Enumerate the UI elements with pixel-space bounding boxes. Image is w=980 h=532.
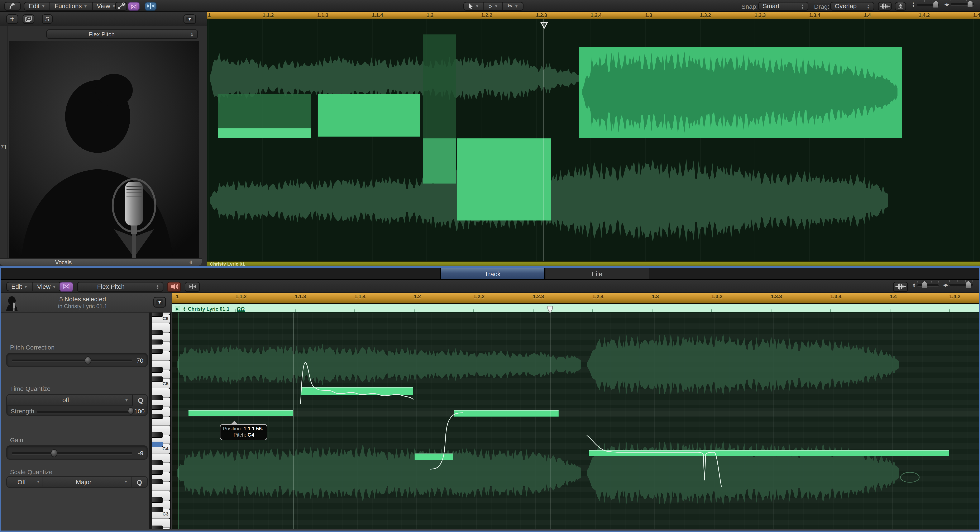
catch-flex-pitch-button[interactable] (185, 282, 200, 291)
gain-knob[interactable] (51, 449, 58, 457)
vertical-autozoom-button[interactable] (895, 2, 906, 10)
prelisten-button[interactable] (167, 282, 181, 291)
drag-dropdown[interactable]: Overlap▲▼ (830, 2, 874, 10)
piano-key-C#4[interactable] (152, 442, 163, 447)
note-tooltip: Position: 1 1 1 56. Pitch: G4 (220, 424, 267, 440)
piano-key-C#6[interactable] (152, 312, 163, 317)
back-arrow-button[interactable] (5, 2, 21, 10)
editor-menu-view[interactable]: View▼ (33, 282, 60, 291)
drag-label: Drag: (814, 3, 829, 10)
piano-key-G#4[interactable] (152, 405, 163, 410)
pitch-correction-slider[interactable]: 70 (6, 353, 148, 367)
piano-key-A#2[interactable] (152, 526, 163, 529)
strength-knob[interactable] (128, 407, 134, 415)
time-quantize-q-button[interactable]: Q (132, 394, 148, 406)
pointer-tool[interactable]: ▼ (464, 2, 484, 10)
time-quantize-dropdown[interactable]: off ▼ Q (7, 395, 148, 406)
scale-root-dropdown[interactable]: Off ▼ (7, 477, 43, 487)
piano-key-F#4[interactable] (152, 414, 163, 419)
menu-edit[interactable]: Edit▼ (24, 2, 50, 10)
strength-slider[interactable] (37, 411, 131, 413)
region-header-bar[interactable]: ▶ ▲▼ Christy Lyric 01.1 ΩΩ (172, 304, 979, 312)
piano-key-A#3[interactable] (152, 460, 163, 466)
tab-file[interactable]: File (545, 268, 649, 279)
selection-title: 5 Notes selected (20, 296, 145, 303)
inspector-disclosure-button[interactable]: ▼ (183, 14, 196, 24)
updown-arrows-icon: ▲▼ (867, 3, 870, 8)
editor-tabbar: Track File (1, 268, 979, 280)
speaker-icon (170, 283, 178, 290)
track-name-row[interactable]: Vocals ⧺ (0, 258, 202, 266)
duplicate-track-button[interactable] (22, 14, 35, 24)
flex-segment[interactable] (218, 94, 311, 130)
editor-vertical-zoom-slider[interactable]: ▲▼ (912, 282, 939, 288)
piano-key-C#3[interactable] (152, 507, 163, 512)
scale-type-dropdown[interactable]: Major ▼ (43, 477, 131, 487)
region-title-bar[interactable]: Christy Lyric 01 (207, 261, 980, 266)
zoom-thumb[interactable] (966, 281, 971, 288)
menu-functions[interactable]: Functions▼ (50, 2, 92, 10)
zoom-thumb[interactable] (922, 281, 927, 288)
piano-key-C#5[interactable] (152, 377, 163, 382)
piano-key-D#3[interactable] (152, 497, 163, 503)
solo-button[interactable]: S (42, 14, 52, 24)
tab-track[interactable]: Track (440, 268, 545, 279)
scale-quantize-q-button[interactable]: Q (131, 477, 147, 487)
flex-pitch-canvas[interactable]: Position: 1 1 1 56. Pitch: G4 (172, 312, 979, 529)
gain-slider[interactable]: -9 (6, 445, 148, 460)
chevron-down-icon: ▼ (36, 480, 40, 484)
header-disclosure-button[interactable]: ▼ (153, 297, 166, 307)
vertical-zoom-slider[interactable]: ▲▼ (912, 2, 940, 7)
editor-menu-edit[interactable]: Edit▼ (7, 282, 33, 291)
scissors-tool[interactable]: ✂▼ (503, 2, 523, 10)
playhead-marker[interactable] (540, 20, 548, 27)
secondary-tool[interactable]: >▼ (484, 2, 503, 10)
automation-button[interactable] (115, 2, 127, 10)
flex-button[interactable]: ⋈ (128, 2, 140, 10)
add-track-button[interactable]: + (6, 14, 18, 24)
piano-key-D#4[interactable] (152, 432, 163, 438)
window-splitter[interactable] (0, 266, 980, 268)
piano-keyboard[interactable]: C6C5C4C3 (152, 312, 171, 529)
waveform-zoom-button[interactable] (878, 2, 892, 10)
flex-segment[interactable] (218, 128, 311, 138)
editor-waveform-zoom-button[interactable] (893, 282, 908, 291)
flex-segment[interactable] (457, 139, 551, 220)
top-bar-ruler[interactable]: 11.1.21.1.31.1.41.21.2.21.2.31.2.41.31.3… (207, 12, 980, 19)
piano-key-A#4[interactable] (152, 395, 163, 401)
flex-pitch-inspector: Pitch Correction 70 Time Quantize off ▼ … (1, 312, 149, 529)
flex-segment[interactable] (423, 139, 456, 183)
flex-segment[interactable] (318, 94, 420, 137)
piano-key-D#5[interactable] (152, 367, 163, 373)
piano-key-A#5[interactable] (152, 330, 163, 336)
pitch-correction-label: Pitch Correction (10, 344, 54, 351)
snap-dropdown[interactable]: Smart▲▼ (758, 2, 808, 10)
strength-label: Strength (11, 408, 34, 415)
editor-flex-mode-dropdown[interactable]: Flex Pitch ▲▼ (77, 282, 164, 291)
flex-pitch-note[interactable] (454, 410, 558, 417)
zoom-thumb[interactable] (933, 1, 938, 8)
flex-pitch-note[interactable] (415, 454, 453, 460)
flex-pitch-note[interactable] (589, 450, 949, 456)
flex-segment[interactable] (423, 35, 456, 139)
editor-playhead[interactable] (550, 312, 550, 529)
editor-bar-ruler[interactable]: 11.1.21.1.31.1.41.21.2.21.2.31.2.41.31.3… (172, 293, 979, 304)
zoom-thumb[interactable] (968, 0, 973, 7)
waveform-display[interactable] (207, 19, 980, 261)
editor-flex-button[interactable]: ⋈ (59, 282, 73, 291)
playhead[interactable] (544, 19, 544, 261)
editor-playhead-marker[interactable] (547, 305, 553, 313)
ruler-tick: 1.3.4 (809, 13, 820, 18)
flex-mode-dropdown[interactable]: Flex Pitch ▲▼ (46, 29, 198, 39)
piano-key-G#5[interactable] (152, 339, 163, 345)
piano-key-F#5[interactable] (152, 349, 163, 354)
pitch-correction-knob[interactable] (84, 356, 91, 364)
horizontal-zoom-slider[interactable]: ◀▶ (944, 2, 975, 6)
flex-pitch-mode-button[interactable] (145, 2, 157, 10)
piano-key-F#3[interactable] (152, 479, 163, 484)
flex-pitch-note[interactable] (301, 387, 413, 395)
editor-horizontal-zoom-slider[interactable]: ◀▶ (943, 282, 973, 287)
piano-key-G#3[interactable] (152, 470, 163, 475)
flex-pitch-note[interactable] (188, 410, 293, 416)
track-lane[interactable]: 11.1.21.1.31.1.41.21.2.21.2.31.2.41.31.3… (207, 12, 980, 266)
